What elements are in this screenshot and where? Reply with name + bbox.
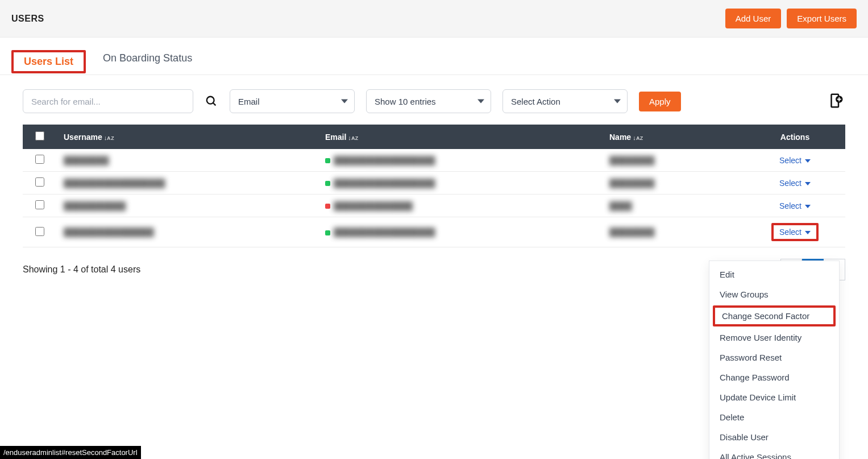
caret-down-icon — [805, 159, 811, 163]
caret-down-icon — [805, 205, 811, 208]
col-username[interactable]: Username↓ᴀz — [57, 125, 318, 149]
toolbar: Email Show 10 entries Select Action Appl… — [0, 75, 868, 125]
sort-icon: ↓ᴀz — [104, 134, 114, 142]
cell-name: ████████ — [609, 228, 654, 237]
cell-username: ████████ — [64, 156, 109, 165]
cell-name: ████████ — [609, 156, 654, 165]
bulk-action-select[interactable]: Select Action — [502, 89, 628, 113]
dropdown-edit[interactable]: Edit — [709, 264, 839, 284]
cell-name: ████ — [609, 201, 632, 210]
page-title: USERS — [11, 14, 44, 24]
svg-point-0 — [207, 97, 214, 104]
svg-line-1 — [213, 103, 216, 106]
search-icon[interactable] — [205, 94, 218, 108]
select-all-checkbox[interactable] — [35, 131, 44, 140]
cell-email: ██████████████████ — [334, 179, 435, 188]
sort-icon: ↓ᴀz — [633, 134, 643, 142]
tab-onboarding-status[interactable]: On Boarding Status — [99, 48, 196, 75]
cell-username: ███████████ — [64, 201, 126, 210]
add-user-button[interactable]: Add User — [725, 9, 782, 28]
header-bar: USERS Add User Export Users — [0, 0, 868, 38]
col-actions: Actions — [745, 125, 845, 149]
add-device-icon[interactable] — [827, 92, 845, 110]
cell-email: ██████████████████ — [334, 228, 435, 237]
table-row: ███████████ ██████████████ ████ Select — [23, 195, 845, 217]
status-dot-icon — [325, 158, 330, 163]
export-users-button[interactable]: Export Users — [787, 9, 857, 28]
row-checkbox[interactable] — [35, 200, 44, 209]
cell-email: ██████████████ — [334, 201, 413, 210]
row-action-select[interactable]: Select — [779, 156, 811, 165]
table-row: ██████████████████ ██████████████████ ██… — [23, 172, 845, 195]
apply-button[interactable]: Apply — [639, 92, 681, 111]
status-dot-icon — [325, 230, 330, 235]
filter-field-select[interactable]: Email — [230, 89, 355, 113]
status-dot-icon — [325, 204, 330, 209]
status-text: Showing 1 - 4 of total 4 users — [23, 264, 140, 275]
tab-users-list[interactable]: Users List — [11, 50, 86, 73]
dropdown-view-groups[interactable]: View Groups — [709, 284, 839, 297]
tabs: Users List On Boarding Status — [0, 38, 868, 75]
col-select-all — [23, 125, 57, 149]
row-action-select[interactable]: Select — [771, 223, 819, 241]
row-action-select[interactable]: Select — [779, 201, 811, 210]
row-action-dropdown: Edit View Groups Change Second Factor Re… — [709, 260, 840, 297]
page-size-select[interactable]: Show 10 entries — [366, 89, 491, 113]
row-action-select[interactable]: Select — [779, 179, 811, 188]
row-checkbox[interactable] — [35, 177, 44, 187]
cell-name: ████████ — [609, 179, 654, 188]
cell-username: ██████████████████ — [64, 179, 165, 188]
table-row: ████████ ██████████████████ ████████ Sel… — [23, 149, 845, 172]
row-checkbox[interactable] — [35, 155, 44, 164]
row-checkbox[interactable] — [35, 227, 44, 236]
cell-username: ████████████████ — [64, 228, 154, 237]
users-table: Username↓ᴀz Email↓ᴀz Name↓ᴀz Actions ███… — [23, 125, 845, 247]
col-name[interactable]: Name↓ᴀz — [603, 125, 745, 149]
sort-icon: ↓ᴀz — [348, 134, 358, 142]
col-email[interactable]: Email↓ᴀz — [318, 125, 603, 149]
caret-down-icon — [805, 182, 811, 185]
status-dot-icon — [325, 181, 330, 186]
cell-email: ██████████████████ — [334, 156, 435, 165]
search-input[interactable] — [23, 89, 193, 113]
caret-down-icon — [805, 231, 811, 234]
table-row: ████████████████ ██████████████████ ████… — [23, 217, 845, 247]
